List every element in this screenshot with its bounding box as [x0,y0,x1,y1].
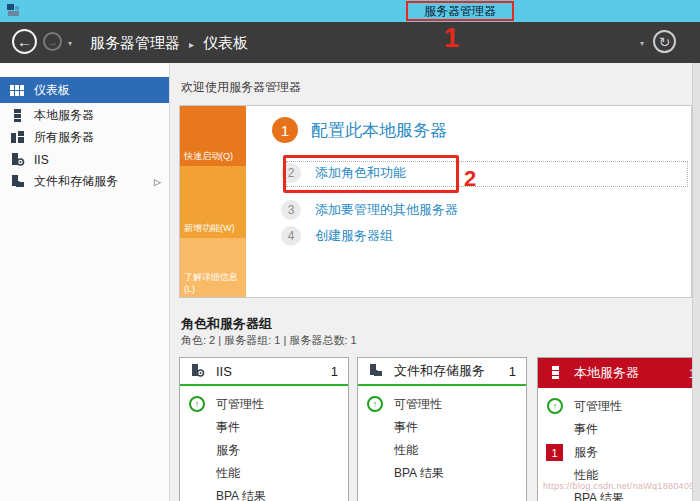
roles-section-title: 角色和服务器组 [181,315,272,333]
card-title: 本地服务器 [574,364,639,382]
row-label: BPA 结果 [574,490,624,501]
tab-label: 新增功能(W) [184,222,235,235]
row-label: 事件 [394,419,418,436]
sidebar-item-iis[interactable]: IIS [0,148,169,171]
row-manageability[interactable]: ↑ 可管理性 [358,393,526,416]
row-label: 事件 [216,419,240,436]
server-icon [10,108,25,123]
navbar: ← → ▾ 服务器管理器 ▸ 仪表板 1 ▾ ↻ [0,22,700,63]
card-header-local-server[interactable]: 本地服务器 1 [538,358,700,388]
server-manager-app-icon [6,3,21,18]
server-gear-icon [10,152,25,167]
server-folder-icon [368,363,384,379]
row-performance[interactable]: 性能 [180,462,348,485]
row-events[interactable]: 事件 [358,416,526,439]
servers-icon [10,130,25,145]
step-add-other-servers[interactable]: 3 添加要管理的其他服务器 [281,200,458,220]
card-header-iis[interactable]: IIS 1 [180,358,348,386]
card-local-server: 本地服务器 1 ↑ 可管理性 事件 1 服务 性能 BPA 结果 [537,357,700,501]
row-label: 服务 [216,442,240,459]
server-icon [548,365,564,381]
history-dropdown-icon[interactable]: ▾ [68,39,72,48]
sidebar-item-label: 所有服务器 [34,129,94,146]
sidebar-item-label: 本地服务器 [34,107,94,124]
expand-arrow-icon[interactable]: ▷ [154,177,161,187]
window-title: 服务器管理器 [406,1,514,21]
sidebar-item-file-storage-services[interactable]: 文件和存储服务 ▷ [0,170,169,193]
sidebar: 仪表板 本地服务器 所有服务器 IIS 文件和存储服务 ▷ [0,63,170,501]
card-rows: ↑ 可管理性 事件 服务 性能 BPA 结果 [180,386,348,501]
row-label: 可管理性 [216,396,264,413]
tab-quick-start[interactable]: 快速启动(Q) [180,106,246,166]
card-iis: IIS 1 ↑ 可管理性 事件 服务 性能 BPA 结果 [179,357,349,501]
row-bpa-results[interactable]: BPA 结果 [358,462,526,485]
breadcrumb: 服务器管理器 ▸ 仪表板 [90,34,248,53]
welcome-tile: 快速启动(Q) 新增功能(W) 了解详细信息(L) 1 配置此本地服务器 2 添… [179,105,692,298]
card-rows: ↑ 可管理性 事件 性能 BPA 结果 [358,386,526,485]
row-services[interactable]: 服务 [180,439,348,462]
breadcrumb-root[interactable]: 服务器管理器 [90,34,180,53]
server-manager-window: 服务器管理器 ← → ▾ 服务器管理器 ▸ 仪表板 1 ▾ ↻ 仪表板 本地服务… [0,0,700,501]
toolbar-dropdown-icon[interactable]: ▾ [640,39,644,48]
card-header-file-storage[interactable]: 文件和存储服务 1 [358,358,526,386]
card-title: IIS [216,364,232,379]
row-label: 可管理性 [394,396,442,413]
annotation-number-1: 1 [444,23,459,54]
forward-button[interactable]: → [43,32,62,51]
tab-label: 快速启动(Q) [184,150,233,163]
watermark: https://blog.csdn.net/naWq18804095672 [543,481,700,491]
row-label: 性能 [216,465,240,482]
annotation-number-2: 2 [464,166,476,192]
sidebar-item-dashboard[interactable]: 仪表板 [0,77,169,103]
step-create-server-group[interactable]: 4 创建服务器组 [281,226,393,246]
sidebar-item-label: 仪表板 [34,82,70,99]
step-configure-local-server[interactable]: 1 配置此本地服务器 [272,117,447,143]
card-count: 1 [331,364,338,379]
up-arrow-icon: ↑ [189,396,205,412]
server-gear-icon [190,363,206,379]
up-arrow-icon: ↑ [367,396,383,412]
welcome-heading: 欢迎使用服务器管理器 [181,79,301,96]
tab-whats-new[interactable]: 新增功能(W) [180,166,246,238]
row-label: 事件 [574,421,598,438]
roles-section-summary: 角色: 2 | 服务器组: 1 | 服务器总数: 1 [181,333,357,348]
card-title: 文件和存储服务 [394,362,485,380]
refresh-button[interactable]: ↻ [653,30,676,53]
row-performance[interactable]: 性能 [358,439,526,462]
row-events[interactable]: 事件 [180,416,348,439]
tab-label: 了解详细信息(L) [184,271,244,294]
breadcrumb-current[interactable]: 仪表板 [203,34,248,53]
sidebar-item-all-servers[interactable]: 所有服务器 [0,126,169,149]
step-link-label: 配置此本地服务器 [311,119,447,142]
tab-learn-more[interactable]: 了解详细信息(L) [180,238,246,297]
back-button[interactable]: ← [12,29,37,54]
card-count: 1 [509,364,516,379]
breadcrumb-separator-icon: ▸ [189,38,194,50]
sidebar-item-label: 文件和存储服务 [34,173,118,190]
up-arrow-icon: ↑ [547,398,563,414]
row-manageability[interactable]: ↑ 可管理性 [180,393,348,416]
sidebar-item-local-server[interactable]: 本地服务器 [0,104,169,127]
server-folder-icon [10,174,25,189]
titlebar: 服务器管理器 [0,0,700,22]
row-services[interactable]: 1 服务 [538,441,700,464]
row-label: 性能 [394,442,418,459]
row-label: BPA 结果 [394,465,444,482]
step-number-badge: 4 [281,226,301,246]
scrollbar[interactable] [692,63,700,501]
step-number-badge: 1 [272,117,298,143]
card-file-storage: 文件和存储服务 1 ↑ 可管理性 事件 性能 BPA 结果 [357,357,527,501]
step-link-label: 创建服务器组 [315,227,393,245]
row-label: 服务 [574,444,598,461]
dashboard-grid-icon [10,83,25,98]
row-events[interactable]: 事件 [538,418,700,441]
alert-count-badge: 1 [546,444,563,461]
step-link-label: 添加要管理的其他服务器 [315,201,458,219]
annotation-box-2 [283,155,459,193]
sidebar-item-label: IIS [34,153,49,167]
step-number-badge: 3 [281,200,301,220]
row-label: 可管理性 [574,398,622,415]
row-bpa-results[interactable]: BPA 结果 [180,485,348,501]
row-label: BPA 结果 [216,488,266,501]
row-manageability[interactable]: ↑ 可管理性 [538,395,700,418]
